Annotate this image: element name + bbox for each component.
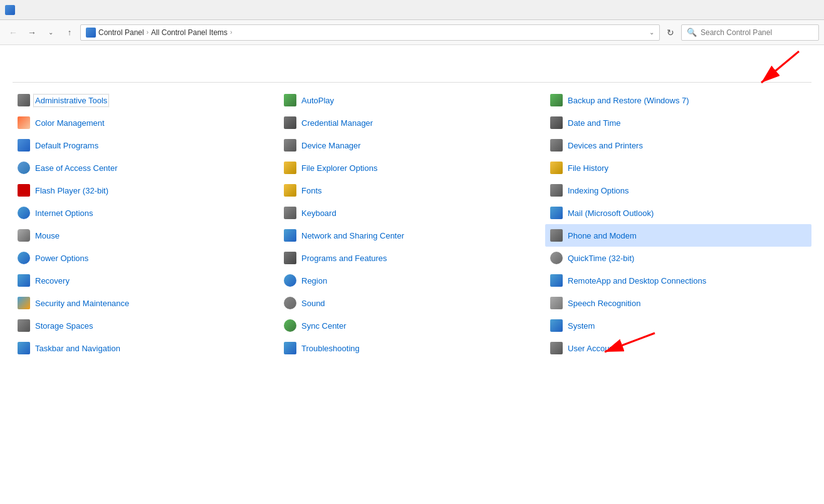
item-label: Fonts (301, 186, 322, 195)
item-label: Keyboard (301, 208, 336, 218)
panel-item[interactable]: File Explorer Options (279, 157, 545, 179)
panel-item[interactable]: Keyboard (279, 202, 545, 224)
panel-item[interactable]: System (545, 314, 811, 337)
item-label: Programs and Features (301, 254, 387, 263)
up-button[interactable]: ↑ (61, 24, 78, 41)
address-part-2: All Control Panel Items (151, 28, 227, 37)
minimize-button[interactable] (760, 0, 789, 20)
maximize-button[interactable] (790, 0, 819, 20)
item-label: Mouse (35, 231, 60, 240)
panel-item[interactable]: Backup and Restore (Windows 7) (545, 89, 811, 111)
panel-item[interactable]: Date and Time (545, 111, 811, 134)
item-icon-programs-and-features (284, 252, 296, 264)
address-bar[interactable]: Control Panel › All Control Panel Items … (80, 24, 660, 41)
panel-item[interactable]: Power Options (13, 247, 279, 269)
panel-item[interactable]: File History (545, 157, 811, 179)
panel-item[interactable]: QuickTime (32-bit) (545, 247, 811, 269)
panel-item[interactable]: RemoteApp and Desktop Connections (545, 269, 811, 292)
items-grid: Administrative ToolsColor ManagementDefa… (13, 83, 811, 359)
panel-item[interactable]: Network and Sharing Center (279, 224, 545, 247)
panel-item[interactable]: Recovery (13, 269, 279, 292)
item-label: Date and Time (568, 118, 621, 128)
item-icon-internet-options (18, 207, 30, 219)
item-label: Backup and Restore (Windows 7) (568, 96, 689, 105)
panel-item[interactable]: Mouse (13, 224, 279, 247)
item-icon-credential-manager (284, 116, 296, 129)
panel-item[interactable]: Internet Options (13, 202, 279, 224)
settings-header (13, 45, 811, 83)
back-button[interactable]: ← (5, 24, 21, 41)
panel-item[interactable]: AutoPlay (279, 89, 545, 111)
search-bar[interactable]: 🔍 (681, 24, 819, 41)
item-label: Sync Center (301, 321, 347, 331)
item-icon-quicktime-32-bit (550, 252, 563, 264)
item-label: Recovery (35, 276, 70, 285)
panel-item[interactable]: Flash Player (32-bit) (13, 179, 279, 202)
item-icon-ease-of-access-center (18, 162, 30, 174)
panel-item[interactable]: Sync Center (279, 314, 545, 337)
column-3: Backup and Restore (Windows 7)Date and T… (545, 89, 811, 359)
item-label: File Explorer Options (301, 163, 377, 173)
item-icon-file-history (550, 162, 563, 174)
panel-item[interactable]: User Accounts (545, 337, 811, 359)
panel-item[interactable]: Taskbar and Navigation (13, 337, 279, 359)
panel-item[interactable]: Credential Manager (279, 111, 545, 134)
panel-item[interactable]: Devices and Printers (545, 134, 811, 157)
forward-button[interactable]: → (24, 24, 40, 41)
item-icon-devices-and-printers (550, 139, 563, 152)
app-icon (5, 5, 15, 15)
item-icon-keyboard (284, 207, 296, 219)
title-bar (0, 0, 824, 20)
panel-item[interactable]: Color Management (13, 111, 279, 134)
item-icon-flash-player-32-bit (18, 184, 30, 197)
panel-item[interactable]: Programs and Features (279, 247, 545, 269)
content-area: Administrative ToolsColor ManagementDefa… (13, 83, 811, 359)
panel-item[interactable]: Troubleshooting (279, 337, 545, 359)
item-label: Taskbar and Navigation (35, 344, 120, 353)
address-dropdown-arrow[interactable]: ⌄ (649, 29, 654, 36)
item-label: Color Management (35, 118, 105, 128)
panel-item[interactable]: Mail (Microsoft Outlook) (545, 202, 811, 224)
panel-item[interactable]: Administrative Tools (13, 89, 279, 111)
dropdown-button[interactable]: ⌄ (43, 24, 59, 41)
item-label: Security and Maintenance (35, 299, 129, 308)
item-icon-phone-and-modem (550, 229, 563, 242)
item-label: QuickTime (32-bit) (568, 254, 634, 263)
item-label: Default Programs (35, 141, 98, 150)
item-label: Storage Spaces (35, 321, 93, 331)
main-content: Administrative ToolsColor ManagementDefa… (0, 45, 824, 359)
item-label: System (568, 321, 595, 331)
item-label: RemoteApp and Desktop Connections (568, 276, 706, 285)
panel-item[interactable]: Device Manager (279, 134, 545, 157)
item-label: Power Options (35, 254, 88, 263)
panel-item[interactable]: Sound (279, 292, 545, 314)
separator-2: › (230, 29, 232, 36)
item-label: Administrative Tools (35, 96, 107, 105)
panel-item[interactable]: Security and Maintenance (13, 292, 279, 314)
item-icon-remoteapp-and-desktop-connections (550, 274, 563, 287)
panel-item[interactable]: Phone and Modem (545, 224, 811, 247)
refresh-button[interactable]: ↻ (662, 24, 679, 41)
panel-item[interactable]: Indexing Options (545, 179, 811, 202)
item-label: Sound (301, 299, 325, 308)
address-part-1: Control Panel (98, 28, 144, 37)
item-icon-backup-and-restore-windows-7 (550, 94, 563, 106)
item-icon-network-and-sharing-center (284, 229, 296, 242)
navigation-bar: ← → ⌄ ↑ Control Panel › All Control Pane… (0, 20, 824, 45)
search-input[interactable] (701, 28, 813, 37)
panel-item[interactable]: Fonts (279, 179, 545, 202)
separator-1: › (147, 29, 149, 36)
item-icon-indexing-options (550, 184, 563, 197)
panel-item[interactable]: Ease of Access Center (13, 157, 279, 179)
panel-item[interactable]: Region (279, 269, 545, 292)
item-label: Phone and Modem (568, 231, 637, 240)
panel-item[interactable]: Storage Spaces (13, 314, 279, 337)
item-icon-administrative-tools (18, 94, 30, 106)
panel-item[interactable]: Default Programs (13, 134, 279, 157)
item-label: Credential Manager (301, 118, 373, 128)
item-icon-sync-center (284, 319, 296, 332)
item-label: Indexing Options (568, 186, 629, 195)
item-icon-file-explorer-options (284, 162, 296, 174)
panel-item[interactable]: Speech Recognition (545, 292, 811, 314)
item-icon-region (284, 274, 296, 287)
